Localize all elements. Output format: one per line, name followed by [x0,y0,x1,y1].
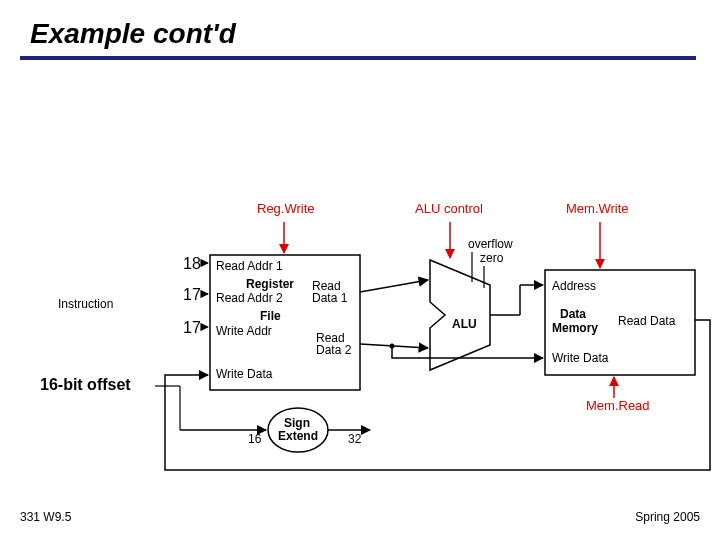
alucontrol-label: ALU control [415,201,483,216]
mem-read-data: Read Data [618,314,676,328]
signext-out-bits: 32 [348,432,362,446]
reg-input-b: 17 [183,286,201,303]
regfile-read-addr1: Read Addr 1 [216,259,283,273]
regfile-register-label: Register [246,277,294,291]
offset-label: 16-bit offset [40,376,131,393]
footer-right: Spring 2005 [635,510,700,524]
wire-rd1-alu [360,280,428,292]
mem-title-a: Data [560,307,586,321]
signext-in-bits: 16 [248,432,262,446]
regfile-file-label: File [260,309,281,323]
mem-write-data: Write Data [552,351,609,365]
wire-mem-to-writedata [165,320,710,470]
regfile-read-data1-b: Data 1 [312,291,348,305]
datapath-diagram: Read Addr 1 Register Read Addr 2 File Wr… [0,0,720,540]
memread-label: Mem.Read [586,398,650,413]
footer-left: 331 W9.5 [20,510,71,524]
instruction-label: Instruction [58,297,113,311]
reg-input-c: 17 [183,319,201,336]
alu-label: ALU [452,317,477,331]
regfile-read-addr2: Read Addr 2 [216,291,283,305]
regfile-read-data2-b: Data 2 [316,343,352,357]
memwrite-label: Mem.Write [566,201,629,216]
overflow-label: overflow [468,237,513,251]
sign-extend-a: Sign [284,416,310,430]
alu-shape [430,260,490,370]
sign-extend-b: Extend [278,429,318,443]
reg-input-a: 18 [183,255,201,272]
regfile-write-data: Write Data [216,367,273,381]
svg-point-0 [390,344,395,349]
zero-label: zero [480,251,504,265]
mem-address: Address [552,279,596,293]
mem-title-b: Memory [552,321,598,335]
regwrite-label: Reg.Write [257,201,315,216]
regfile-write-addr: Write Addr [216,324,272,338]
